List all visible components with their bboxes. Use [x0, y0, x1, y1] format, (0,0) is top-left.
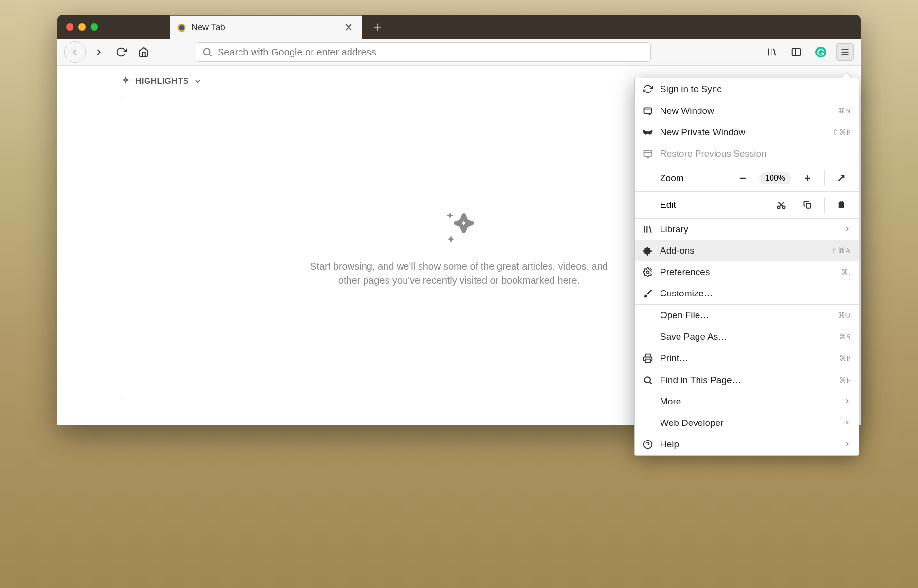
browser-window: New Tab ✕ ＋: [57, 15, 861, 425]
search-icon: [643, 375, 653, 385]
close-tab-button[interactable]: ✕: [342, 21, 355, 34]
menu-find[interactable]: Find in This Page… ⌘F: [635, 369, 859, 391]
menu-label: Web Developer: [660, 418, 837, 428]
mask-icon: [643, 129, 653, 136]
main-menu-panel: Sign in to Sync New Window ⌘N New Privat…: [634, 78, 859, 456]
library-icon: [643, 224, 653, 234]
svg-rect-7: [792, 49, 801, 56]
restore-icon: [643, 149, 653, 159]
chevron-right-icon: [844, 418, 851, 428]
menu-shortcut: ⇧⌘P: [832, 128, 851, 137]
paste-button[interactable]: [831, 195, 851, 215]
minimize-window-button[interactable]: [78, 23, 86, 31]
menu-more[interactable]: More: [635, 391, 859, 412]
tab-bar: New Tab ✕ ＋: [57, 15, 861, 39]
forward-button[interactable]: [90, 43, 108, 61]
svg-point-24: [783, 206, 785, 209]
hamburger-menu-button[interactable]: [836, 43, 854, 61]
svg-rect-17: [644, 150, 652, 156]
cut-button[interactable]: [771, 195, 791, 215]
menu-new-window[interactable]: New Window ⌘N: [635, 100, 859, 122]
menu-sign-in-sync[interactable]: Sign in to Sync: [635, 78, 859, 100]
svg-line-32: [649, 226, 651, 232]
highlights-empty-message: Start browsing, and we'll show some of t…: [303, 259, 615, 288]
menu-help[interactable]: Help: [635, 434, 859, 455]
svg-line-36: [650, 382, 652, 384]
printer-icon: [643, 353, 653, 363]
menu-new-private-window[interactable]: New Private Window ⇧⌘P: [635, 122, 859, 143]
svg-rect-34: [645, 359, 650, 363]
menu-shortcut: ⌘F: [839, 376, 851, 385]
svg-line-22: [839, 176, 844, 181]
copy-button[interactable]: [798, 195, 817, 215]
help-icon: [643, 440, 653, 449]
paintbrush-icon: [643, 289, 653, 298]
maximize-window-button[interactable]: [91, 23, 98, 31]
fullscreen-button[interactable]: [831, 168, 851, 188]
svg-point-35: [644, 377, 650, 383]
menu-web-developer[interactable]: Web Developer: [635, 412, 859, 434]
menu-label: Customize…: [660, 288, 851, 299]
home-button[interactable]: [134, 43, 153, 61]
svg-rect-27: [807, 204, 811, 208]
grammarly-extension-button[interactable]: [812, 43, 829, 61]
menu-label: Add-ons: [660, 245, 825, 256]
menu-shortcut: ⌘,: [841, 268, 851, 276]
menu-shortcut: ⇧⌘A: [831, 246, 851, 255]
new-tab-button[interactable]: ＋: [362, 18, 393, 36]
search-icon: [202, 47, 213, 57]
menu-label: Open File…: [660, 310, 831, 321]
svg-line-3: [209, 54, 211, 56]
menu-label: New Private Window: [660, 127, 826, 138]
menu-shortcut: ⌘S: [839, 332, 851, 341]
chevron-right-icon: [844, 224, 851, 235]
menu-restore-session: Restore Previous Session: [635, 143, 859, 165]
zoom-in-button[interactable]: [798, 168, 817, 188]
menu-library[interactable]: Library: [635, 219, 859, 240]
svg-line-6: [774, 49, 776, 56]
menu-addons[interactable]: Add-ons ⇧⌘A: [635, 240, 859, 261]
svg-point-23: [778, 206, 780, 209]
edit-label: Edit: [660, 200, 765, 210]
reload-button[interactable]: [112, 43, 130, 61]
window-icon: [643, 106, 653, 116]
svg-point-2: [204, 49, 210, 55]
chevron-down-icon: [194, 77, 202, 85]
url-input[interactable]: [218, 47, 644, 58]
navigation-toolbar: [57, 39, 861, 66]
close-window-button[interactable]: [66, 23, 73, 31]
menu-label: Preferences: [660, 267, 834, 277]
url-bar[interactable]: [196, 42, 651, 62]
menu-label: More: [660, 396, 837, 407]
sidebar-button[interactable]: [788, 43, 805, 61]
sync-icon: [643, 84, 653, 94]
svg-rect-29: [840, 201, 843, 202]
library-button[interactable]: [763, 43, 781, 61]
chevron-right-icon: [844, 396, 851, 407]
menu-label: Sign in to Sync: [660, 84, 851, 94]
menu-preferences[interactable]: Preferences ⌘,: [635, 261, 859, 283]
zoom-label: Zoom: [660, 173, 726, 184]
highlights-label: HIGHLIGHTS: [135, 76, 189, 86]
menu-shortcut: ⌘P: [839, 354, 851, 363]
puzzle-icon: [643, 246, 653, 256]
zoom-value[interactable]: 100%: [759, 172, 791, 184]
menu-label: Find in This Page…: [660, 375, 832, 386]
svg-point-33: [647, 271, 649, 274]
browser-tab[interactable]: New Tab ✕: [170, 15, 362, 39]
menu-edit-row: Edit: [635, 192, 859, 218]
svg-point-1: [179, 25, 184, 30]
menu-open-file[interactable]: Open File… ⌘O: [635, 305, 859, 326]
menu-save-page[interactable]: Save Page As… ⌘S: [635, 326, 859, 348]
sparkle-large-icon: [436, 209, 482, 250]
menu-print[interactable]: Print… ⌘P: [635, 348, 859, 369]
menu-label: Save Page As…: [660, 331, 832, 342]
back-button[interactable]: [64, 41, 86, 63]
zoom-out-button[interactable]: [733, 168, 753, 188]
gear-icon: [643, 267, 653, 277]
tab-title: New Tab: [191, 22, 342, 33]
menu-label: Library: [660, 224, 837, 235]
menu-zoom-row: Zoom 100%: [635, 165, 859, 191]
menu-shortcut: ⌘O: [838, 311, 851, 320]
menu-customize[interactable]: Customize…: [635, 283, 859, 304]
